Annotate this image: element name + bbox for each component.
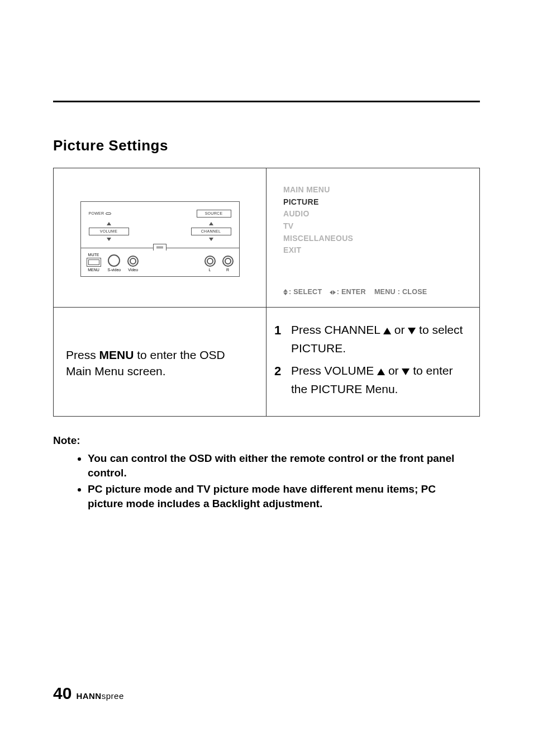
audio-l-port-icon (204, 256, 216, 267)
video-port-icon (127, 256, 139, 267)
hinge-icon (153, 244, 166, 251)
right-steps: 1 Press CHANNEL or to select PICTURE. 2 … (266, 308, 479, 416)
osd-item-exit: EXIT (283, 244, 467, 257)
osd-item-tv: TV (283, 220, 467, 233)
step-1: 1 Press CHANNEL or to select PICTURE. (274, 321, 467, 357)
section-title: Picture Settings (53, 137, 480, 154)
svideo-port-icon (108, 254, 120, 267)
mute-label: MUTE (88, 253, 99, 257)
step-2: 2 Press VOLUME or to enter the PICTURE M… (274, 362, 467, 398)
menu-label: MENU (88, 268, 99, 272)
page-footer: 40 HANNspree (53, 684, 124, 703)
audio-l-label: L (209, 268, 211, 272)
panel-diagram-cell: POWER SOURCE VOLUME CHANNEL (54, 168, 266, 308)
page-number: 40 (53, 684, 72, 703)
volume-control: VOLUME (89, 222, 129, 241)
up-arrow-icon (377, 368, 385, 375)
step-text: Press CHANNEL or to select PICTURE. (291, 321, 467, 357)
note-item: You can control the OSD with either the … (88, 451, 480, 480)
osd-hint: : SELECT : ENTER MENU : CLOSE (283, 288, 467, 296)
horizontal-rule (53, 101, 480, 102)
video-label: Video (128, 268, 138, 272)
channel-down-icon (209, 238, 213, 241)
channel-up-icon (209, 222, 213, 225)
ports-diagram: MUTE MENU S-video Video L (80, 248, 240, 277)
down-arrow-icon (408, 328, 416, 334)
power-label: POWER (89, 211, 112, 215)
note-item: PC picture mode and TV picture mode have… (88, 482, 480, 511)
osd-menu: MAIN MENU PICTURE AUDIO TV MISCELLANEOUS… (283, 184, 467, 257)
note-title: Note: (53, 433, 480, 448)
note-list: You can control the OSD with either the … (88, 451, 480, 511)
down-arrow-icon (402, 368, 410, 375)
volume-label: VOLUME (89, 228, 129, 235)
osd-item-audio: AUDIO (283, 208, 467, 220)
source-button: SOURCE (197, 210, 231, 218)
volume-down-icon (107, 238, 111, 241)
power-led-icon (106, 212, 111, 215)
volume-up-icon (107, 222, 111, 225)
osd-menu-cell: MAIN MENU PICTURE AUDIO TV MISCELLANEOUS… (266, 168, 479, 308)
up-down-icon (283, 289, 288, 295)
step-number: 1 (274, 321, 283, 357)
brand-logo: HANNspree (76, 691, 123, 701)
instruction-grid: POWER SOURCE VOLUME CHANNEL (53, 168, 480, 417)
svideo-label: S-video (108, 268, 121, 272)
channel-control: CHANNEL (191, 222, 231, 241)
left-instruction: Press MENU to enter the OSD Main Menu sc… (54, 308, 266, 416)
osd-item-picture: PICTURE (283, 196, 467, 209)
step-number: 2 (274, 362, 283, 398)
panel-diagram: POWER SOURCE VOLUME CHANNEL (80, 201, 240, 277)
mute-button (87, 258, 101, 267)
step-text: Press VOLUME or to enter the PICTURE Men… (291, 362, 467, 398)
audio-r-port-icon (222, 256, 234, 267)
osd-title: MAIN MENU (283, 184, 467, 196)
note-block: Note: You can control the OSD with eithe… (53, 433, 480, 511)
channel-label: CHANNEL (191, 228, 231, 235)
audio-r-label: R (226, 268, 229, 272)
osd-item-misc: MISCELLANEOUS (283, 233, 467, 245)
up-arrow-icon (383, 328, 391, 334)
left-right-icon (330, 290, 336, 295)
